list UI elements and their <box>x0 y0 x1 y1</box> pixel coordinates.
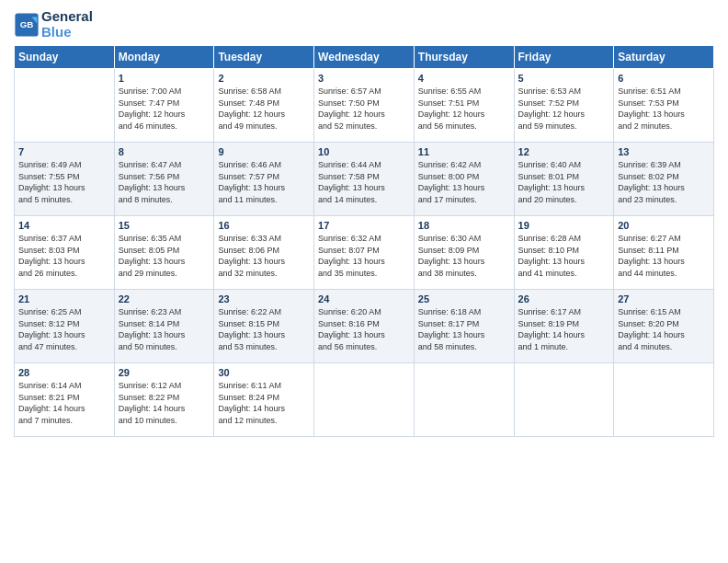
calendar-cell: 20Sunrise: 6:27 AM Sunset: 8:11 PM Dayli… <box>614 216 714 290</box>
day-info: Sunrise: 6:33 AM Sunset: 8:06 PM Dayligh… <box>218 233 310 279</box>
day-number: 20 <box>618 220 710 231</box>
day-info: Sunrise: 6:47 AM Sunset: 7:56 PM Dayligh… <box>119 159 210 205</box>
day-number: 27 <box>618 293 710 304</box>
calendar-cell: 30Sunrise: 6:11 AM Sunset: 8:24 PM Dayli… <box>214 363 314 437</box>
calendar-cell <box>314 363 415 437</box>
calendar-cell: 25Sunrise: 6:18 AM Sunset: 8:17 PM Dayli… <box>414 290 514 363</box>
calendar-cell: 13Sunrise: 6:39 AM Sunset: 8:02 PM Dayli… <box>614 143 714 216</box>
day-number: 10 <box>318 146 410 157</box>
calendar-week-row: 21Sunrise: 6:25 AM Sunset: 8:12 PM Dayli… <box>15 290 714 363</box>
day-header-monday: Monday <box>114 46 214 69</box>
day-info: Sunrise: 6:11 AM Sunset: 8:24 PM Dayligh… <box>218 380 310 426</box>
calendar-cell: 9Sunrise: 6:46 AM Sunset: 7:57 PM Daylig… <box>214 143 314 216</box>
calendar-cell: 26Sunrise: 6:17 AM Sunset: 8:19 PM Dayli… <box>514 290 614 363</box>
day-number: 23 <box>218 293 310 304</box>
calendar-cell: 17Sunrise: 6:32 AM Sunset: 8:07 PM Dayli… <box>314 216 415 290</box>
day-info: Sunrise: 6:37 AM Sunset: 8:03 PM Dayligh… <box>18 233 110 279</box>
calendar-cell: 14Sunrise: 6:37 AM Sunset: 8:03 PM Dayli… <box>15 216 115 290</box>
calendar-cell: 28Sunrise: 6:14 AM Sunset: 8:21 PM Dayli… <box>15 363 115 437</box>
day-number: 8 <box>119 146 210 157</box>
calendar-cell <box>514 363 614 437</box>
day-header-thursday: Thursday <box>414 46 514 69</box>
day-number: 7 <box>18 146 110 157</box>
day-info: Sunrise: 6:53 AM Sunset: 7:52 PM Dayligh… <box>518 86 610 132</box>
day-info: Sunrise: 6:22 AM Sunset: 8:15 PM Dayligh… <box>218 306 310 352</box>
calendar-cell: 18Sunrise: 6:30 AM Sunset: 8:09 PM Dayli… <box>414 216 514 290</box>
day-info: Sunrise: 6:58 AM Sunset: 7:48 PM Dayligh… <box>218 86 310 132</box>
calendar-cell: 12Sunrise: 6:40 AM Sunset: 8:01 PM Dayli… <box>514 143 614 216</box>
day-info: Sunrise: 6:14 AM Sunset: 8:21 PM Dayligh… <box>18 380 110 426</box>
day-number: 25 <box>418 293 510 304</box>
day-number: 28 <box>18 367 110 378</box>
day-info: Sunrise: 6:39 AM Sunset: 8:02 PM Dayligh… <box>618 159 710 205</box>
calendar-header-row: SundayMondayTuesdayWednesdayThursdayFrid… <box>15 46 714 69</box>
calendar-cell: 7Sunrise: 6:49 AM Sunset: 7:55 PM Daylig… <box>15 143 115 216</box>
day-number: 22 <box>119 293 210 304</box>
day-number: 18 <box>418 220 510 231</box>
logo: GB General Blue <box>14 9 93 40</box>
day-info: Sunrise: 6:42 AM Sunset: 8:00 PM Dayligh… <box>418 159 510 205</box>
calendar-cell: 10Sunrise: 6:44 AM Sunset: 7:58 PM Dayli… <box>314 143 415 216</box>
calendar-cell: 21Sunrise: 6:25 AM Sunset: 8:12 PM Dayli… <box>15 290 115 363</box>
calendar-cell: 16Sunrise: 6:33 AM Sunset: 8:06 PM Dayli… <box>214 216 314 290</box>
day-info: Sunrise: 6:35 AM Sunset: 8:05 PM Dayligh… <box>119 233 210 279</box>
day-info: Sunrise: 6:28 AM Sunset: 8:10 PM Dayligh… <box>518 233 610 279</box>
calendar-week-row: 14Sunrise: 6:37 AM Sunset: 8:03 PM Dayli… <box>15 216 714 290</box>
calendar-cell: 29Sunrise: 6:12 AM Sunset: 8:22 PM Dayli… <box>114 363 214 437</box>
day-info: Sunrise: 6:15 AM Sunset: 8:20 PM Dayligh… <box>618 306 710 352</box>
day-info: Sunrise: 6:51 AM Sunset: 7:53 PM Dayligh… <box>618 86 710 132</box>
calendar-cell <box>414 363 514 437</box>
day-number: 14 <box>18 220 110 231</box>
calendar-cell <box>15 69 115 143</box>
day-info: Sunrise: 6:23 AM Sunset: 8:14 PM Dayligh… <box>119 306 210 352</box>
day-header-saturday: Saturday <box>614 46 714 69</box>
calendar-cell: 19Sunrise: 6:28 AM Sunset: 8:10 PM Dayli… <box>514 216 614 290</box>
calendar-cell <box>614 363 714 437</box>
day-number: 5 <box>518 73 610 84</box>
day-number: 9 <box>218 146 310 157</box>
day-number: 17 <box>318 220 410 231</box>
day-number: 6 <box>618 73 710 84</box>
day-header-sunday: Sunday <box>15 46 115 69</box>
calendar-cell: 11Sunrise: 6:42 AM Sunset: 8:00 PM Dayli… <box>414 143 514 216</box>
day-info: Sunrise: 6:12 AM Sunset: 8:22 PM Dayligh… <box>119 380 210 426</box>
day-number: 1 <box>119 73 210 84</box>
day-info: Sunrise: 6:30 AM Sunset: 8:09 PM Dayligh… <box>418 233 510 279</box>
calendar-cell: 22Sunrise: 6:23 AM Sunset: 8:14 PM Dayli… <box>114 290 214 363</box>
day-info: Sunrise: 6:20 AM Sunset: 8:16 PM Dayligh… <box>318 306 410 352</box>
day-number: 29 <box>119 367 210 378</box>
day-number: 26 <box>518 293 610 304</box>
day-number: 16 <box>218 220 310 231</box>
calendar-week-row: 28Sunrise: 6:14 AM Sunset: 8:21 PM Dayli… <box>15 363 714 437</box>
day-number: 4 <box>418 73 510 84</box>
calendar-cell: 1Sunrise: 7:00 AM Sunset: 7:47 PM Daylig… <box>114 69 214 143</box>
logo-icon: GB <box>14 12 40 38</box>
calendar-week-row: 7Sunrise: 6:49 AM Sunset: 7:55 PM Daylig… <box>15 143 714 216</box>
calendar-cell: 24Sunrise: 6:20 AM Sunset: 8:16 PM Dayli… <box>314 290 415 363</box>
day-number: 11 <box>418 146 510 157</box>
day-info: Sunrise: 6:40 AM Sunset: 8:01 PM Dayligh… <box>518 159 610 205</box>
day-number: 13 <box>618 146 710 157</box>
calendar-cell: 2Sunrise: 6:58 AM Sunset: 7:48 PM Daylig… <box>214 69 314 143</box>
day-header-wednesday: Wednesday <box>314 46 415 69</box>
day-info: Sunrise: 6:27 AM Sunset: 8:11 PM Dayligh… <box>618 233 710 279</box>
logo-text: General Blue <box>41 9 93 40</box>
day-info: Sunrise: 6:55 AM Sunset: 7:51 PM Dayligh… <box>418 86 510 132</box>
calendar-cell: 23Sunrise: 6:22 AM Sunset: 8:15 PM Dayli… <box>214 290 314 363</box>
day-info: Sunrise: 6:32 AM Sunset: 8:07 PM Dayligh… <box>318 233 410 279</box>
day-header-friday: Friday <box>514 46 614 69</box>
day-info: Sunrise: 6:17 AM Sunset: 8:19 PM Dayligh… <box>518 306 610 352</box>
calendar-cell: 8Sunrise: 6:47 AM Sunset: 7:56 PM Daylig… <box>114 143 214 216</box>
day-info: Sunrise: 6:25 AM Sunset: 8:12 PM Dayligh… <box>18 306 110 352</box>
day-info: Sunrise: 6:18 AM Sunset: 8:17 PM Dayligh… <box>418 306 510 352</box>
day-header-tuesday: Tuesday <box>214 46 314 69</box>
day-number: 3 <box>318 73 410 84</box>
day-number: 21 <box>18 293 110 304</box>
calendar-cell: 4Sunrise: 6:55 AM Sunset: 7:51 PM Daylig… <box>414 69 514 143</box>
day-number: 30 <box>218 367 310 378</box>
calendar-cell: 27Sunrise: 6:15 AM Sunset: 8:20 PM Dayli… <box>614 290 714 363</box>
day-info: Sunrise: 7:00 AM Sunset: 7:47 PM Dayligh… <box>119 86 210 132</box>
calendar-container: GB General Blue SundayMondayTuesdayWedne… <box>0 0 728 446</box>
day-number: 15 <box>119 220 210 231</box>
calendar-cell: 3Sunrise: 6:57 AM Sunset: 7:50 PM Daylig… <box>314 69 415 143</box>
